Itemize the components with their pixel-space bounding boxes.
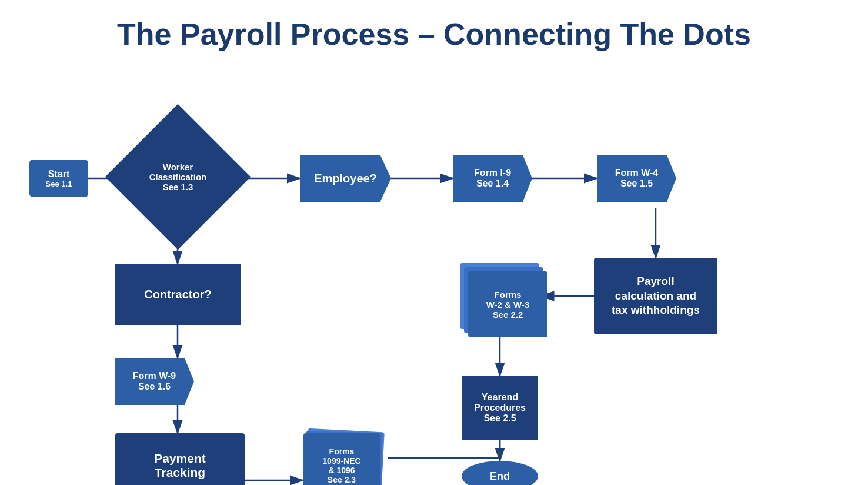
node-start-sublabel: See 1.1	[46, 180, 72, 188]
node-form-i9-sublabel: See 1.4	[476, 178, 509, 189]
node-form-w9: Form W-9 See 1.6	[115, 358, 194, 405]
node-form-w4: Form W-4 See 1.5	[597, 155, 676, 202]
node-contractor-label: Contractor?	[144, 288, 211, 301]
node-end-label: End	[490, 470, 510, 483]
node-w2w3-label2: W-2 & W-3	[486, 300, 530, 310]
node-1099-label2: 1099-NEC	[322, 456, 360, 466]
node-payment-label2: Tracking	[155, 466, 205, 480]
node-start: Start See 1.1	[29, 160, 88, 197]
node-w9-label: Form W-9	[133, 371, 176, 381]
node-yearend-label2: Procedures	[474, 403, 526, 413]
node-yearend-sublabel: See 2.5	[483, 413, 516, 424]
node-payment-tracking: Payment Tracking	[115, 433, 245, 485]
node-w9-sublabel: See 1.6	[138, 381, 171, 392]
diagram-area: Start See 1.1 Worker Classification See …	[0, 58, 868, 485]
node-payroll-label3: tax withholdings	[612, 303, 700, 318]
node-form-i9-label: Form I-9	[474, 168, 511, 178]
node-forms-w2w3: Forms W-2 & W-3 See 2.2	[468, 271, 547, 337]
node-form-i9: Form I-9 See 1.4	[453, 155, 532, 202]
node-payroll-calc: Payroll calculation and tax withholdings	[594, 258, 717, 334]
node-worker-sublabel: See 1.3	[163, 182, 193, 192]
node-payroll-label2: calculation and	[615, 289, 696, 304]
node-yearend: Yearend Procedures See 2.5	[462, 376, 538, 440]
node-forms-1099: Forms 1099-NEC & 1096 See 2.3	[303, 433, 380, 485]
node-worker-classification: Worker Classification See 1.3	[105, 104, 251, 250]
node-form-w4-sublabel: See 1.5	[620, 178, 653, 189]
node-payment-label: Payment	[154, 451, 206, 466]
node-worker-label2: Classification	[149, 172, 207, 182]
node-1099-sublabel: See 2.3	[328, 475, 356, 484]
node-1099-label3: & 1096	[328, 466, 355, 475]
node-w2w3-label: Forms	[495, 290, 522, 300]
node-yearend-label: Yearend	[482, 392, 518, 403]
node-end: End	[462, 461, 538, 485]
node-w2w3-sublabel: See 2.2	[493, 310, 523, 320]
node-employee-label: Employee?	[314, 172, 377, 185]
node-payroll-label: Payroll	[637, 274, 674, 289]
node-form-w4-label: Form W-4	[615, 168, 658, 178]
node-employee: Employee?	[300, 155, 391, 202]
node-start-label: Start	[48, 169, 69, 180]
node-contractor: Contractor?	[115, 264, 241, 325]
page-title: The Payroll Process – Connecting The Dot…	[0, 0, 868, 58]
node-worker-label: Worker	[163, 162, 193, 172]
node-1099-label: Forms	[329, 447, 355, 456]
